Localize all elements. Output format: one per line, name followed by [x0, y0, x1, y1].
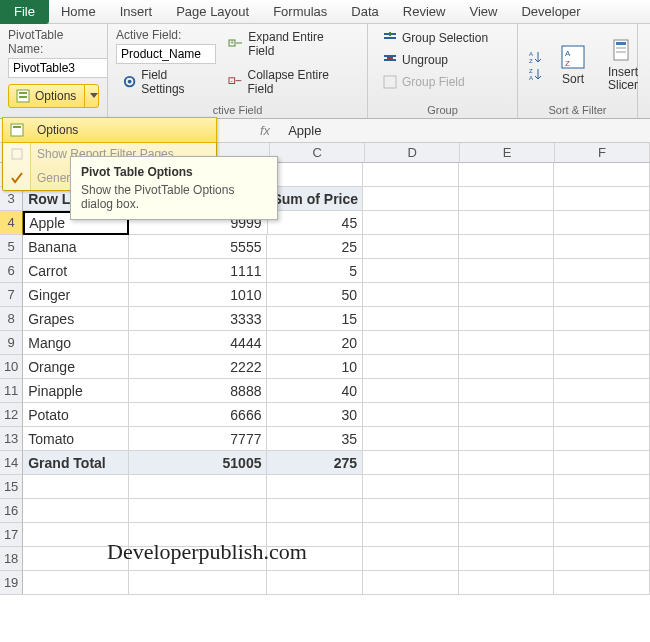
cell[interactable]	[459, 211, 555, 235]
cell[interactable]: 2222	[129, 355, 267, 379]
active-field-input[interactable]	[116, 44, 216, 64]
cell[interactable]	[363, 235, 459, 259]
cell[interactable]	[363, 379, 459, 403]
col-header-E[interactable]: E	[460, 143, 555, 163]
group-selection-button[interactable]: Group Selection	[376, 28, 509, 48]
cell[interactable]	[129, 571, 267, 595]
cell[interactable]: 30	[267, 403, 363, 427]
row-header-16[interactable]: 16	[0, 499, 23, 523]
cell[interactable]: 4444	[129, 331, 267, 355]
cell[interactable]	[459, 403, 555, 427]
cell[interactable]	[363, 523, 459, 547]
cell[interactable]	[554, 211, 650, 235]
cell[interactable]	[363, 427, 459, 451]
cell[interactable]: 51005	[129, 451, 267, 475]
row-header-10[interactable]: 10	[0, 355, 23, 379]
col-header-C[interactable]: C	[270, 143, 365, 163]
col-header-D[interactable]: D	[365, 143, 460, 163]
pivot-name-input[interactable]	[8, 58, 108, 78]
cell[interactable]: Mango	[23, 331, 129, 355]
cell[interactable]: 35	[267, 427, 363, 451]
cell[interactable]: 3333	[129, 307, 267, 331]
cell[interactable]	[363, 403, 459, 427]
row-header-9[interactable]: 9	[0, 331, 23, 355]
cell[interactable]: Carrot	[23, 259, 129, 283]
cell[interactable]: Potato	[23, 403, 129, 427]
cell[interactable]: 6666	[129, 403, 267, 427]
cell[interactable]	[363, 331, 459, 355]
cell[interactable]	[554, 355, 650, 379]
cell[interactable]	[363, 475, 459, 499]
cell[interactable]	[459, 259, 555, 283]
options-dropdown-arrow[interactable]	[84, 85, 103, 107]
options-split-button[interactable]: Options	[8, 84, 99, 108]
cell[interactable]	[554, 523, 650, 547]
cell[interactable]	[363, 499, 459, 523]
cell[interactable]	[129, 499, 267, 523]
row-header-18[interactable]: 18	[0, 547, 23, 571]
cell[interactable]	[267, 499, 363, 523]
file-tab[interactable]: File	[0, 0, 49, 24]
tab-home[interactable]: Home	[49, 0, 108, 23]
cell[interactable]	[363, 283, 459, 307]
cell[interactable]	[554, 403, 650, 427]
tab-review[interactable]: Review	[391, 0, 458, 23]
row-header-6[interactable]: 6	[0, 259, 23, 283]
cell[interactable]	[554, 307, 650, 331]
cell[interactable]	[459, 235, 555, 259]
cell[interactable]	[267, 571, 363, 595]
cell[interactable]	[459, 163, 555, 187]
field-settings-button[interactable]: Field Settings	[116, 66, 216, 98]
ungroup-button[interactable]: Ungroup	[376, 50, 509, 70]
cell[interactable]	[554, 475, 650, 499]
cell[interactable]: 5555	[129, 235, 267, 259]
cell[interactable]	[363, 355, 459, 379]
cell[interactable]: Tomato	[23, 427, 129, 451]
cell[interactable]: 1111	[129, 259, 267, 283]
cell[interactable]	[554, 163, 650, 187]
expand-field-button[interactable]: + Expand Entire Field	[222, 28, 359, 60]
cell[interactable]: 50	[267, 283, 363, 307]
cell[interactable]	[459, 355, 555, 379]
cell[interactable]	[554, 187, 650, 211]
cell[interactable]	[554, 283, 650, 307]
cell[interactable]	[554, 451, 650, 475]
cell[interactable]: 1010	[129, 283, 267, 307]
tab-insert[interactable]: Insert	[108, 0, 165, 23]
cell[interactable]	[363, 187, 459, 211]
cell[interactable]	[129, 475, 267, 499]
tab-view[interactable]: View	[457, 0, 509, 23]
cell[interactable]	[267, 163, 363, 187]
tab-data[interactable]: Data	[339, 0, 390, 23]
cell[interactable]	[23, 475, 129, 499]
sort-asc-button[interactable]: AZ	[526, 49, 546, 65]
cell[interactable]	[554, 235, 650, 259]
cell[interactable]	[23, 499, 129, 523]
cell[interactable]: 25	[267, 235, 363, 259]
cell[interactable]: Orange	[23, 355, 129, 379]
cell[interactable]	[554, 379, 650, 403]
row-header-14[interactable]: 14	[0, 451, 23, 475]
cell[interactable]: 15	[267, 307, 363, 331]
row-header-5[interactable]: 5	[0, 235, 23, 259]
cell[interactable]	[363, 259, 459, 283]
cell[interactable]: 7777	[129, 427, 267, 451]
cell[interactable]	[554, 331, 650, 355]
cell[interactable]	[459, 283, 555, 307]
row-header-13[interactable]: 13	[0, 427, 23, 451]
row-header-8[interactable]: 8	[0, 307, 23, 331]
tab-formulas[interactable]: Formulas	[261, 0, 339, 23]
cell[interactable]: 20	[267, 331, 363, 355]
cell[interactable]	[363, 451, 459, 475]
cell[interactable]: 8888	[129, 379, 267, 403]
cell[interactable]	[459, 331, 555, 355]
cell[interactable]	[459, 451, 555, 475]
cell[interactable]: Sum of Price	[267, 187, 363, 211]
cell[interactable]	[459, 475, 555, 499]
cell[interactable]	[554, 547, 650, 571]
cell[interactable]: 275	[267, 451, 363, 475]
cell[interactable]	[459, 499, 555, 523]
cell[interactable]: 40	[267, 379, 363, 403]
row-header-7[interactable]: 7	[0, 283, 23, 307]
cell[interactable]	[363, 307, 459, 331]
